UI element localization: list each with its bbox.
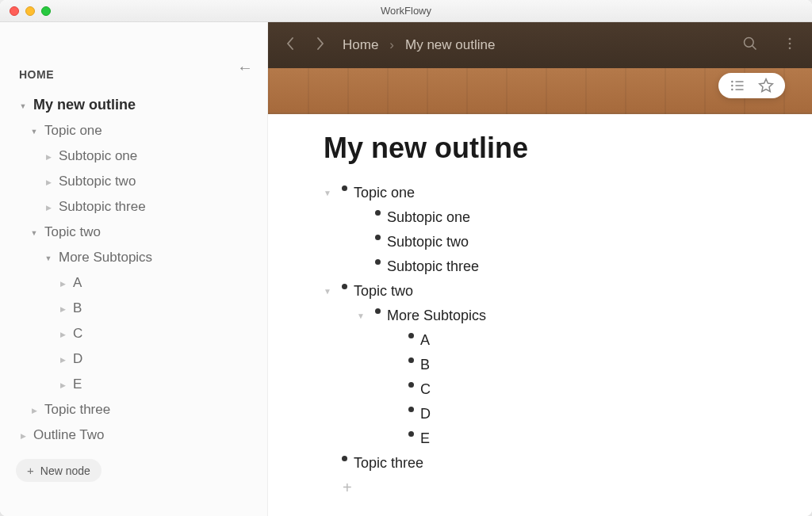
chevron-down-icon xyxy=(390,354,404,359)
bullet-icon[interactable] xyxy=(404,403,417,412)
chevron-down-icon[interactable] xyxy=(324,281,338,297)
sidebar-item[interactable]: More Subtopics xyxy=(14,245,267,270)
document[interactable]: My new outline Topic oneSubtopic oneSubt… xyxy=(268,114,812,516)
sidebar-item[interactable]: Subtopic three xyxy=(14,194,267,220)
maximize-button[interactable] xyxy=(41,6,51,16)
outline-item[interactable]: A xyxy=(324,328,756,353)
chevron-right-icon: › xyxy=(389,37,394,53)
outline-item-text[interactable]: D xyxy=(417,403,431,425)
sidebar-item[interactable]: Subtopic two xyxy=(14,169,267,194)
outline-item-text[interactable]: More Subtopics xyxy=(384,305,486,327)
chevron-right-icon[interactable] xyxy=(57,304,68,313)
svg-point-7 xyxy=(731,85,733,87)
chevron-right-icon[interactable] xyxy=(57,329,68,338)
sidebar-item[interactable]: D xyxy=(14,346,267,372)
sidebar-item[interactable]: Subtopic one xyxy=(14,143,267,169)
chevron-right-icon[interactable] xyxy=(43,151,54,161)
outline-item[interactable]: Topic two xyxy=(324,279,756,304)
add-item-button[interactable]: + xyxy=(324,476,756,497)
sidebar-item[interactable]: A xyxy=(14,270,267,296)
sidebar-item[interactable]: Outline Two xyxy=(14,422,267,448)
outline-item[interactable]: D xyxy=(324,402,756,426)
breadcrumb-current[interactable]: My new outline xyxy=(405,37,495,53)
search-icon[interactable] xyxy=(742,36,758,55)
sidebar-item-label: E xyxy=(73,376,82,392)
chevron-right-icon[interactable] xyxy=(57,278,68,288)
outline-item[interactable]: Subtopic three xyxy=(324,254,756,279)
chevron-right-icon[interactable] xyxy=(17,430,29,440)
bullet-icon[interactable] xyxy=(371,256,384,265)
chevron-right-icon[interactable] xyxy=(57,380,68,389)
outline-item-text[interactable]: Topic two xyxy=(350,281,413,302)
more-menu-icon[interactable] xyxy=(782,36,798,55)
bullet-icon[interactable] xyxy=(338,182,350,191)
outline-item-text[interactable]: Topic three xyxy=(350,453,423,474)
chevron-down-icon[interactable] xyxy=(43,253,54,262)
bullet-icon[interactable] xyxy=(371,305,384,314)
bullet-icon[interactable] xyxy=(371,207,384,216)
sidebar-item-label: My new outline xyxy=(33,97,136,113)
outline-item[interactable]: E xyxy=(324,426,756,451)
sidebar-item[interactable]: Topic two xyxy=(14,220,267,245)
bullet-icon[interactable] xyxy=(404,354,417,363)
svg-point-0 xyxy=(745,37,754,47)
sidebar-item[interactable]: Topic one xyxy=(14,118,267,143)
outline-item-text[interactable]: C xyxy=(417,379,431,400)
nav-forward-button[interactable] xyxy=(312,37,328,54)
new-node-button[interactable]: + New node xyxy=(16,459,102,482)
chevron-right-icon[interactable] xyxy=(29,405,40,415)
outline-item-text[interactable]: Subtopic three xyxy=(384,256,479,277)
chevron-down-icon[interactable] xyxy=(29,126,40,136)
minimize-button[interactable] xyxy=(25,6,35,16)
svg-line-1 xyxy=(753,45,756,49)
sidebar-item-label: Topic two xyxy=(44,224,101,240)
chevron-right-icon[interactable] xyxy=(43,202,54,212)
chevron-right-icon[interactable] xyxy=(43,177,54,186)
sidebar-item[interactable]: B xyxy=(14,296,267,321)
breadcrumb-home[interactable]: Home xyxy=(343,37,378,53)
outline-item[interactable]: Topic three xyxy=(324,451,756,476)
svg-point-4 xyxy=(789,47,791,49)
list-icon[interactable] xyxy=(730,78,745,94)
sidebar-item[interactable]: C xyxy=(14,321,267,346)
bullet-icon[interactable] xyxy=(404,428,417,437)
sidebar-home-label[interactable]: HOME xyxy=(0,36,267,92)
outline-item[interactable]: Subtopic one xyxy=(324,205,756,230)
outline-item[interactable]: Topic one xyxy=(324,181,756,205)
svg-point-9 xyxy=(731,89,733,91)
breadcrumb: Home › My new outline xyxy=(343,37,495,53)
outline-item[interactable]: C xyxy=(324,377,756,402)
chevron-down-icon[interactable] xyxy=(29,227,40,237)
bullet-icon[interactable] xyxy=(371,231,384,240)
bullet-icon[interactable] xyxy=(338,453,350,461)
outline-item[interactable]: More Subtopics xyxy=(324,304,756,328)
chevron-down-icon xyxy=(390,403,404,408)
bullet-icon[interactable] xyxy=(404,330,417,338)
page-title[interactable]: My new outline xyxy=(324,132,756,165)
outline-item[interactable]: Subtopic two xyxy=(324,230,756,254)
sidebar-item[interactable]: Topic three xyxy=(14,397,267,422)
outline-item-text[interactable]: E xyxy=(417,428,430,449)
star-icon[interactable] xyxy=(758,78,774,94)
outline-item-text[interactable]: Subtopic one xyxy=(384,207,470,228)
close-button[interactable] xyxy=(10,6,19,16)
sidebar-item[interactable]: E xyxy=(14,372,267,397)
sidebar-item[interactable]: My new outline xyxy=(14,92,267,118)
chevron-down-icon xyxy=(357,207,371,212)
chevron-right-icon[interactable] xyxy=(57,354,68,364)
outline-item-text[interactable]: Topic one xyxy=(350,182,415,204)
outline-item-text[interactable]: B xyxy=(417,354,430,376)
chevron-down-icon[interactable] xyxy=(17,101,29,110)
chevron-down-icon xyxy=(357,256,371,261)
chevron-down-icon[interactable] xyxy=(324,182,338,199)
collapse-sidebar-icon[interactable]: ← xyxy=(237,59,253,77)
nav-back-button[interactable] xyxy=(282,37,298,54)
sidebar-item-label: Subtopic one xyxy=(59,148,137,164)
outline-item-text[interactable]: Subtopic two xyxy=(384,231,469,253)
outline-item-text[interactable]: A xyxy=(417,330,430,351)
chevron-down-icon[interactable] xyxy=(357,305,371,322)
svg-point-2 xyxy=(789,37,791,40)
bullet-icon[interactable] xyxy=(404,379,417,388)
outline-item[interactable]: B xyxy=(324,353,756,377)
bullet-icon[interactable] xyxy=(338,281,350,289)
